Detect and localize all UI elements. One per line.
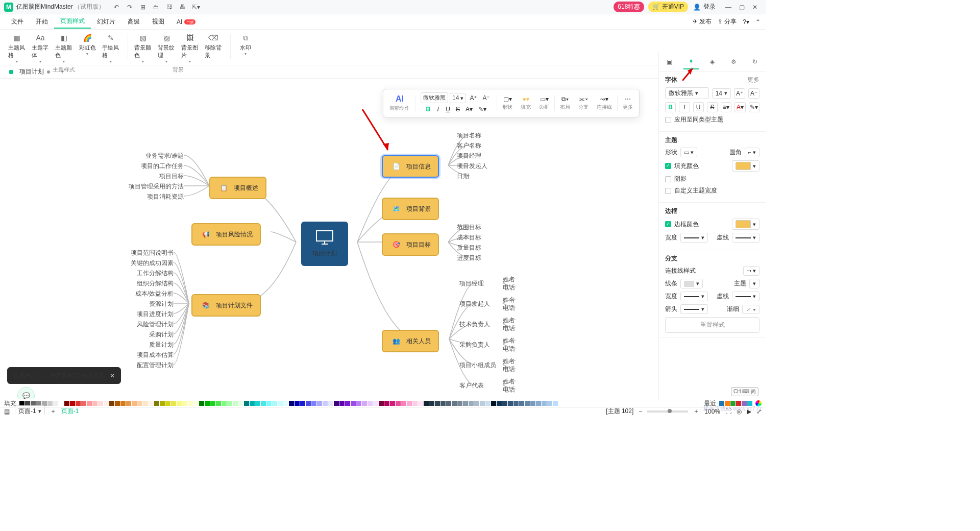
node-docs[interactable]: 📚项目计划文件	[191, 294, 261, 317]
panel-tab-tag-icon[interactable]: ◈	[704, 54, 720, 69]
color-swatch[interactable]	[362, 401, 367, 406]
menu-start[interactable]: 开始	[30, 15, 54, 28]
color-swatch[interactable]	[412, 401, 418, 406]
bold-button[interactable]: B	[424, 105, 433, 114]
color-swatch[interactable]	[283, 401, 288, 406]
color-swatch[interactable]	[205, 401, 210, 406]
font-grow-button[interactable]: A⁺	[468, 93, 479, 103]
leaf-node[interactable]: 成本/效益分析	[112, 289, 174, 298]
color-swatch[interactable]	[306, 401, 311, 406]
color-swatch[interactable]	[508, 401, 513, 406]
leaf-node[interactable]: 项目目标	[122, 172, 184, 181]
color-swatch[interactable]	[390, 401, 395, 406]
ai-button[interactable]: AI智能创作	[386, 94, 413, 112]
connector-button[interactable]: ↝▾连接线	[594, 95, 615, 111]
color-swatch[interactable]	[463, 401, 468, 406]
color-swatch[interactable]	[339, 401, 345, 406]
color-swatch[interactable]	[272, 401, 277, 406]
color-swatch[interactable]	[401, 401, 406, 406]
font-family-select[interactable]: 微软雅黑	[421, 92, 448, 103]
border-dash-select[interactable]: ▾	[732, 233, 760, 243]
leaf-node[interactable]: 项目范围说明书	[112, 249, 174, 257]
color-swatch[interactable]	[502, 401, 507, 406]
color-swatch[interactable]	[199, 401, 204, 406]
color-swatch[interactable]	[311, 401, 316, 406]
color-swatch[interactable]	[278, 401, 283, 406]
color-swatch[interactable]	[317, 401, 322, 406]
color-swatch[interactable]	[137, 401, 142, 406]
font-grow-button[interactable]: A⁺	[734, 88, 745, 99]
color-swatch[interactable]	[210, 401, 215, 406]
color-swatch[interactable]	[407, 401, 412, 406]
node-people[interactable]: 👥相关人员	[382, 330, 439, 352]
leaf-node[interactable]: 采购计划	[112, 330, 174, 339]
color-swatch[interactable]	[98, 401, 103, 406]
leaf-node[interactable]: 电话	[503, 365, 564, 374]
user-icon[interactable]: 👤	[692, 2, 702, 12]
leaf-node[interactable]: 项目名称	[457, 131, 518, 140]
panel-tab-history-icon[interactable]: ↻	[747, 54, 763, 69]
underline-button[interactable]: U	[444, 105, 452, 114]
border-button[interactable]: ▭▾边框	[536, 95, 552, 111]
leaf-node[interactable]: 项目成本估算	[112, 351, 174, 359]
color-swatch[interactable]	[177, 401, 182, 406]
leaf-node[interactable]: 关键的成功因素	[112, 259, 174, 268]
font-shrink-button[interactable]: A⁻	[480, 93, 492, 103]
redo-icon[interactable]: ↷	[125, 2, 135, 12]
italic-button[interactable]: I	[434, 105, 442, 114]
panel-tab-settings-icon[interactable]: ⚙	[726, 54, 741, 69]
highlight-button[interactable]: ✎▾	[476, 105, 488, 114]
document-tab[interactable]: 项目计划	[5, 67, 54, 76]
page-list-icon[interactable]: ▤	[4, 408, 10, 415]
zoom-slider[interactable]	[647, 411, 688, 413]
theme-style-button[interactable]: ▦主题风格▾	[5, 32, 29, 65]
font-family-select[interactable]: 微软雅黑 ▾	[665, 87, 709, 99]
reset-style-button[interactable]: 重置样式	[665, 317, 760, 333]
color-swatch[interactable]	[429, 401, 434, 406]
color-swatch[interactable]	[149, 401, 154, 406]
custom-width-checkbox[interactable]: 自定义主题宽度	[665, 186, 717, 195]
node-risk[interactable]: 📢项目风险情况	[191, 223, 261, 246]
menu-view[interactable]: 视图	[146, 15, 170, 28]
theme-font-button[interactable]: Aa主题字体▾	[29, 32, 52, 65]
color-swatch[interactable]	[238, 401, 243, 406]
color-swatch[interactable]	[64, 401, 69, 406]
new-tab-button[interactable]: ＋	[59, 67, 65, 76]
leaf-node[interactable]: 姓名	[503, 336, 564, 345]
color-swatch[interactable]	[227, 401, 232, 406]
collapse-ribbon-icon[interactable]: ⌃	[755, 18, 761, 26]
zoom-in-button[interactable]: ＋	[693, 407, 699, 415]
menu-slide[interactable]: 幻灯片	[91, 15, 121, 28]
leaf-node[interactable]: 项目经理	[457, 152, 518, 160]
leaf-node[interactable]: 姓名	[503, 357, 564, 366]
color-swatch[interactable]	[222, 401, 227, 406]
color-swatch[interactable]	[334, 401, 339, 406]
bg-texture-button[interactable]: ▨背景纹理▾	[155, 32, 178, 65]
print-icon[interactable]: 🖶	[178, 2, 188, 12]
color-swatch[interactable]	[418, 401, 423, 406]
menu-advanced[interactable]: 高级	[121, 15, 146, 28]
font-color-button[interactable]: A▾	[463, 105, 475, 114]
color-swatch[interactable]	[266, 401, 272, 406]
save-icon[interactable]: 🖫	[164, 2, 175, 12]
leaf-node[interactable]: 日期	[457, 172, 518, 181]
branch-taper-select[interactable]: ⟋ ▾	[742, 305, 760, 314]
font-shrink-button[interactable]: A⁻	[748, 88, 760, 99]
color-swatch[interactable]	[440, 401, 446, 406]
leaf-node[interactable]: 成本目标	[457, 233, 518, 242]
node-background[interactable]: 🗺️项目背景	[382, 198, 439, 220]
page-select[interactable]: 页面-1 ▾	[15, 405, 45, 415]
add-page-button[interactable]: ＋	[50, 407, 56, 415]
export-icon[interactable]: ⇱▾	[191, 2, 201, 12]
leaf-node[interactable]: 姓名	[503, 296, 564, 304]
color-swatch[interactable]	[92, 401, 97, 406]
color-swatch[interactable]	[87, 401, 92, 406]
color-swatch[interactable]	[250, 401, 255, 406]
color-swatch[interactable]	[368, 401, 373, 406]
login-link[interactable]: 登录	[703, 3, 716, 11]
node-goal[interactable]: 🎯项目目标	[382, 233, 439, 256]
strike-button[interactable]: S	[707, 102, 718, 112]
color-swatch[interactable]	[289, 401, 294, 406]
fill-button[interactable]: ●▾填充	[518, 95, 534, 111]
color-swatch[interactable]	[295, 401, 300, 406]
